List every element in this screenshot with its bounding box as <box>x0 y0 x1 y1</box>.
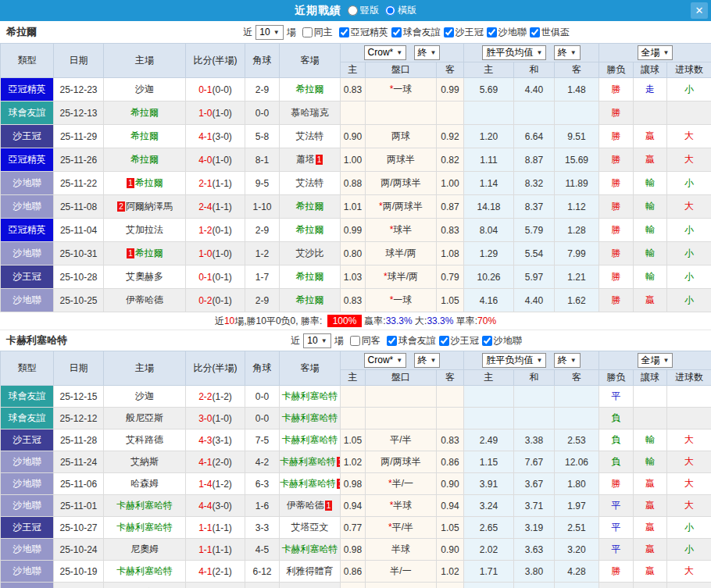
subcol-goals-result: 进球数 <box>667 370 711 386</box>
cell-score: 2-1(1-1) <box>186 172 245 195</box>
cell-home-team: 般尼亞斯 <box>104 408 186 429</box>
odds-company-select[interactable]: Crow*▼ <box>364 353 407 368</box>
horizontal-layout-radio[interactable] <box>385 5 395 16</box>
league-checkbox[interactable] <box>482 336 492 346</box>
final-odds-select[interactable]: 終▼ <box>414 45 441 60</box>
cell-result: 勝 <box>599 172 634 195</box>
cell-competition: 沙王冠 <box>1 429 54 451</box>
cell-avg-home <box>464 102 514 125</box>
cell-avg-away <box>555 102 599 125</box>
match-row: 沙王冠25-11-29希拉爾4-1(3-0)5-8艾法特0.90两球0.921.… <box>1 125 711 148</box>
scope-select[interactable]: 全場▼ <box>638 45 673 60</box>
same-home-checkbox[interactable] <box>302 27 313 37</box>
same-away-checkbox[interactable] <box>350 336 360 346</box>
cell-competition: 沙地聯 <box>1 289 54 312</box>
cell-result: 平 <box>599 386 634 408</box>
cell-avg-home: 1.20 <box>464 125 514 148</box>
cell-result-text: 勝 <box>612 154 621 165</box>
summary-part: 單率: <box>453 315 477 326</box>
cell-handicap-result-text: 贏 <box>645 565 655 576</box>
cell-result: 勝 <box>599 265 634 289</box>
cell-date: 25-10-27 <box>54 517 104 539</box>
cell-away-team: 艾法特 <box>280 125 341 148</box>
chevron-down-icon: ▼ <box>396 47 402 59</box>
subcol-avg-away: 客 <box>555 62 599 78</box>
match-row: 亞冠精英25-11-26希拉爾4-0(1-0)8-1蕭塔11.00两球半0.82… <box>1 148 711 172</box>
close-button[interactable]: ✕ <box>691 2 708 19</box>
final-avg-select[interactable]: 終▼ <box>554 45 581 60</box>
cell-odds-home: 0.88 <box>341 172 366 195</box>
avg-odds-select[interactable]: 胜平负均值▼ <box>482 45 546 60</box>
cell-odds-away: 1.05 <box>437 289 464 312</box>
cell-odds-home: 0.90 <box>341 125 366 148</box>
cell-avg-draw: 3.63 <box>514 539 555 561</box>
match-row: 沙地聯25-11-221希拉爾2-1(1-1)9-5艾法特0.88两/两球半1.… <box>1 172 711 195</box>
odds-company-select[interactable]: Crow*▼ <box>364 45 407 60</box>
cell-competition: 亞冠精英 <box>1 78 54 102</box>
cell-corners: 6-3 <box>245 473 280 495</box>
cell-odds-away: 1.02 <box>437 561 464 583</box>
team2-name: 卡赫利塞哈特 <box>6 333 67 347</box>
team-name-text: 希拉爾 <box>296 224 324 235</box>
recent-count-select[interactable]: 10▼ <box>303 333 330 348</box>
cell-handicap-result: 輸 <box>634 265 667 289</box>
cell-avg-away: 1.28 <box>555 219 599 242</box>
league-label: 沙地聯 <box>494 334 522 347</box>
final-avg-select[interactable]: 終▼ <box>554 353 581 368</box>
cell-result-text: 勝 <box>612 565 621 576</box>
col-away: 客場 <box>280 351 341 386</box>
halftime-score: (0-1) <box>213 295 232 306</box>
cell-competition: 沙地聯 <box>1 242 54 265</box>
team-name-text: 伊蒂哈德 <box>126 294 163 305</box>
subcol-avg-home: 主 <box>464 370 514 386</box>
cell-away-team: 卡赫利塞哈特 <box>280 429 341 451</box>
handicap-star: * <box>390 84 394 94</box>
subcol-avg-draw: 和 <box>514 62 555 78</box>
cell-date: 25-11-26 <box>54 148 104 172</box>
cell-goals-result: 大 <box>667 451 711 473</box>
team-name-text: 希拉爾 <box>296 294 324 305</box>
cell-avg-home: 5.69 <box>464 78 514 102</box>
cell-handicap-result: 走 <box>634 78 667 102</box>
final-odds-select[interactable]: 終▼ <box>414 353 441 368</box>
vertical-layout-radio[interactable] <box>348 5 358 16</box>
cell-away-team: 艾沙比 <box>280 242 341 265</box>
cell-handicap-result: 輸 <box>634 583 667 588</box>
team1-filter-bar: 希拉爾 近 10▼ 場 同主 亞冠精英球會友誼沙王冠沙地聯世俱盃 <box>0 21 711 43</box>
league-checkbox[interactable] <box>387 336 397 346</box>
league-checkbox[interactable] <box>391 27 402 37</box>
halftime-score: (1-1) <box>213 201 232 212</box>
fulltime-score: 2-1 <box>198 178 212 189</box>
league-checkbox[interactable] <box>487 27 497 37</box>
record-summary: 近10場,勝10平0负0, 勝率: 100%贏率:33.3% 大:33.3% 單… <box>0 312 711 330</box>
avg-odds-select[interactable]: 胜平负均值▼ <box>482 353 546 368</box>
chevron-down-icon: ▼ <box>663 355 670 366</box>
halftime-score: (1-1) <box>213 522 232 533</box>
handicap-star: * <box>388 522 392 533</box>
cell-date: 25-11-04 <box>54 219 104 242</box>
chevron-down-icon: ▼ <box>396 355 402 366</box>
cell-avg-home: 2.65 <box>464 517 514 539</box>
cell-home-team: 尼奧姆 <box>104 539 186 561</box>
team-name-text: 卡赫利塞哈特 <box>116 522 173 533</box>
league-checkbox[interactable] <box>339 27 349 37</box>
cell-handicap: 两球 <box>366 125 437 148</box>
league-checkbox[interactable] <box>439 336 449 346</box>
cell-handicap <box>366 408 437 429</box>
cell-handicap-result: 輸 <box>634 172 667 195</box>
scope-select[interactable]: 全場▼ <box>638 353 673 368</box>
cell-date: 25-12-13 <box>54 102 104 125</box>
match-row: 沙地聯25-11-24艾納斯4-1(2-0)4-2卡赫利塞哈特11.02两/两球… <box>1 451 711 473</box>
cell-away-team: 艾塔亞文 <box>280 517 341 539</box>
cell-odds-away: 0.83 <box>437 219 464 242</box>
cell-avg-draw: 6.64 <box>514 125 555 148</box>
cell-goals-result: 小 <box>667 219 711 242</box>
league-checkbox[interactable] <box>444 27 454 37</box>
cell-competition: 球會友誼 <box>1 386 54 408</box>
cell-score: 1-0(1-0) <box>186 102 245 125</box>
cell-handicap-result: 贏 <box>634 148 667 172</box>
recent-count-select[interactable]: 10▼ <box>255 25 283 40</box>
halftime-score: (1-2) <box>213 479 232 490</box>
league-checkbox[interactable] <box>530 27 540 37</box>
chevron-down-icon: ▼ <box>431 47 437 59</box>
